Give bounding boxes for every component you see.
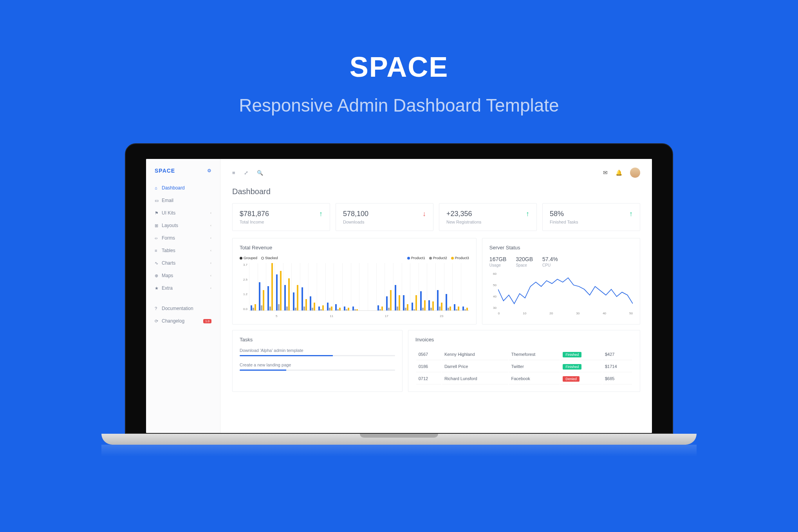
- nav-label: Email: [162, 198, 211, 203]
- server-stat-value: 57.4%: [542, 256, 558, 262]
- nav-icon: ⊕: [155, 273, 162, 278]
- server-stat-label: Space: [516, 263, 533, 267]
- nav-icon: ≡: [155, 248, 162, 253]
- progress-bar: [240, 370, 395, 371]
- nav-label: Maps: [162, 273, 210, 278]
- logo[interactable]: SPACE: [155, 168, 175, 174]
- chevron-icon: ‹: [210, 274, 211, 278]
- chevron-icon: ‹: [210, 224, 211, 227]
- chevron-icon: ‹: [210, 249, 211, 252]
- invoices-card: Invoices 0567Kenny HighlandThemeforestFi…: [408, 330, 640, 392]
- avatar[interactable]: [630, 168, 640, 178]
- main-content: ≡ ⤢ 🔍 ✉ 🔔 Dashboard $781,876Total Income…: [220, 159, 652, 433]
- nav-icon: ⊞: [155, 223, 162, 228]
- status-badge: Denied: [563, 376, 580, 382]
- server-stat: 167GBUsage: [489, 256, 507, 267]
- nav-label: Extra: [162, 285, 210, 291]
- revenue-chart: 3.72.51.20.0 5111723: [240, 263, 469, 318]
- sidebar-item-tables[interactable]: ≡Tables‹: [146, 244, 220, 257]
- legend-grouped[interactable]: Grouped: [244, 256, 257, 260]
- revenue-card: Total Revenue Grouped Stacked Product1 P…: [232, 238, 477, 325]
- progress-bar: [240, 355, 395, 356]
- legend-p2: Product2: [433, 256, 447, 260]
- nav-icon: ‹›: [155, 236, 162, 240]
- inv-id: 0186: [416, 361, 441, 372]
- legend-stacked[interactable]: Stacked: [265, 256, 278, 260]
- server-card: Server Status 167GBUsage320GBSpace57.4%C…: [482, 238, 640, 325]
- task-name: Create a new landing page: [240, 362, 395, 367]
- inv-source: Facebook: [509, 373, 560, 384]
- hero-subtitle: Responsive Admin Dashboard Template: [0, 95, 798, 116]
- sidebar-item-ui-kits[interactable]: ⚑UI Kits‹: [146, 207, 220, 219]
- chevron-icon: ‹: [210, 286, 211, 290]
- nav-icon: ⟳: [155, 319, 162, 324]
- inv-amount: $685: [603, 373, 632, 384]
- sidebar: SPACE ⚙ ⌂Dashboard▭Email⚑UI Kits‹⊞Layout…: [146, 159, 220, 433]
- sidebar-item-charts[interactable]: ∿Charts‹: [146, 257, 220, 269]
- server-stat: 57.4%CPU: [542, 256, 558, 267]
- task-name: Download 'Alpha' admin template: [240, 348, 395, 353]
- status-badge: Finished: [563, 364, 581, 370]
- sidebar-item-documentation[interactable]: ?Documentation: [146, 302, 220, 315]
- sidebar-item-forms[interactable]: ‹›Forms‹: [146, 232, 220, 244]
- sidebar-item-maps[interactable]: ⊕Maps‹: [146, 269, 220, 282]
- inv-source: Themeforest: [509, 349, 560, 360]
- stat-label: New Registrations: [446, 220, 481, 224]
- inv-id: 0567: [416, 349, 441, 360]
- table-row[interactable]: 0712Richard LunsfordFacebookDenied$685: [416, 373, 632, 384]
- expand-icon[interactable]: ⤢: [244, 170, 248, 176]
- nav-label: Documentation: [162, 306, 211, 311]
- stat-label: Downloads: [343, 220, 368, 224]
- inv-name: Richard Lunsford: [442, 373, 508, 384]
- server-chart: 60504030 01020304050: [489, 272, 633, 315]
- stat-card: +23,356New Registrations↑: [439, 203, 537, 231]
- server-stat: 320GBSpace: [516, 256, 533, 267]
- badge: 1.0: [203, 319, 211, 323]
- mail-icon[interactable]: ✉: [603, 170, 608, 176]
- server-stat-value: 167GB: [489, 256, 507, 262]
- nav-icon: ⚑: [155, 211, 162, 216]
- nav-icon: ▭: [155, 198, 162, 203]
- sidebar-item-layouts[interactable]: ⊞Layouts‹: [146, 219, 220, 232]
- nav-icon: ⌂: [155, 186, 162, 190]
- stat-card: 58%Finished Tasks↑: [542, 203, 640, 231]
- inv-amount: $1714: [603, 361, 632, 372]
- chevron-icon: ‹: [210, 211, 211, 215]
- stat-value: +23,356: [446, 210, 481, 218]
- table-row[interactable]: 0567Kenny HighlandThemeforestFinished$42…: [416, 349, 632, 360]
- nav-label: Forms: [162, 235, 210, 241]
- inv-amount: $427: [603, 349, 632, 360]
- trend-up-icon: ↑: [526, 210, 529, 218]
- sidebar-item-changelog[interactable]: ⟳Changelog1.0: [146, 315, 220, 327]
- revenue-title: Total Revenue: [240, 245, 469, 251]
- tasks-title: Tasks: [240, 337, 395, 343]
- nav-icon: ?: [155, 306, 162, 311]
- sidebar-item-dashboard[interactable]: ⌂Dashboard: [146, 182, 220, 194]
- stat-label: Total Income: [240, 220, 269, 224]
- invoices-title: Invoices: [415, 337, 633, 343]
- nav-label: Tables: [162, 248, 210, 253]
- table-row[interactable]: 0186Darrell PriceTwitterFinished$1714: [416, 361, 632, 372]
- nav-icon: ∿: [155, 261, 162, 266]
- menu-icon[interactable]: ≡: [232, 170, 235, 176]
- inv-name: Darrell Price: [442, 361, 508, 372]
- nav-label: Layouts: [162, 223, 210, 228]
- nav-label: Dashboard: [162, 185, 211, 191]
- inv-name: Kenny Highland: [442, 349, 508, 360]
- sidebar-item-extra[interactable]: ★Extra‹: [146, 282, 220, 294]
- trend-up-icon: ↑: [319, 210, 323, 218]
- gear-icon[interactable]: ⚙: [207, 168, 211, 173]
- chevron-icon: ‹: [210, 236, 211, 240]
- bell-icon[interactable]: 🔔: [616, 170, 622, 176]
- laptop-frame: SPACE ⚙ ⌂Dashboard▭Email⚑UI Kits‹⊞Layout…: [125, 143, 673, 434]
- task-row: Download 'Alpha' admin template: [240, 348, 395, 356]
- inv-source: Twitter: [509, 361, 560, 372]
- sidebar-item-email[interactable]: ▭Email: [146, 194, 220, 207]
- stat-value: $781,876: [240, 210, 269, 218]
- nav-label: Charts: [162, 260, 210, 266]
- search-icon[interactable]: 🔍: [257, 170, 263, 176]
- trend-up-icon: ↑: [629, 210, 633, 218]
- legend-p3: Product3: [455, 256, 469, 260]
- server-stat-label: Usage: [489, 263, 507, 267]
- page-title: Dashboard: [232, 187, 640, 196]
